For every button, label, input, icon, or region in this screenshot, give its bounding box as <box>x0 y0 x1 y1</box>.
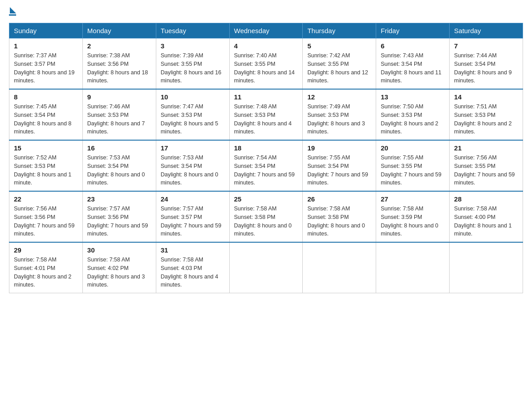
day-info: Sunrise: 7:56 AMSunset: 3:55 PMDaylight:… <box>454 154 518 187</box>
day-info: Sunrise: 7:57 AMSunset: 3:56 PMDaylight:… <box>87 205 151 238</box>
day-cell-3: 3Sunrise: 7:39 AMSunset: 3:55 PMDaylight… <box>156 39 229 90</box>
day-info: Sunrise: 7:37 AMSunset: 3:57 PMDaylight:… <box>14 51 78 85</box>
day-cell-20: 20Sunrise: 7:55 AMSunset: 3:55 PMDayligh… <box>376 140 450 191</box>
page-header <box>9 9 523 16</box>
week-row-2: 8Sunrise: 7:45 AMSunset: 3:54 PMDaylight… <box>9 89 523 140</box>
day-number: 15 <box>14 144 78 152</box>
day-number: 1 <box>14 42 78 50</box>
day-number: 31 <box>161 246 225 254</box>
day-cell-31: 31Sunrise: 7:58 AMSunset: 4:03 PMDayligh… <box>156 242 229 293</box>
day-info: Sunrise: 7:58 AMSunset: 4:03 PMDaylight:… <box>161 256 225 289</box>
day-info: Sunrise: 7:58 AMSunset: 4:00 PMDaylight:… <box>454 205 518 238</box>
day-number: 10 <box>161 93 225 101</box>
day-cell-27: 27Sunrise: 7:58 AMSunset: 3:59 PMDayligh… <box>376 191 450 242</box>
day-cell-19: 19Sunrise: 7:55 AMSunset: 3:54 PMDayligh… <box>303 140 376 191</box>
day-cell-1: 1Sunrise: 7:37 AMSunset: 3:57 PMDaylight… <box>9 39 83 90</box>
day-number: 18 <box>234 144 298 152</box>
day-info: Sunrise: 7:53 AMSunset: 3:54 PMDaylight:… <box>161 154 225 187</box>
calendar-header-row: SundayMondayTuesdayWednesdayThursdayFrid… <box>9 23 523 39</box>
header-tuesday: Tuesday <box>156 23 229 39</box>
logo-triangle-icon <box>10 7 16 13</box>
header-friday: Friday <box>376 23 450 39</box>
day-cell-22: 22Sunrise: 7:56 AMSunset: 3:56 PMDayligh… <box>9 191 83 242</box>
day-info: Sunrise: 7:53 AMSunset: 3:54 PMDaylight:… <box>87 154 151 187</box>
day-cell-11: 11Sunrise: 7:48 AMSunset: 3:53 PMDayligh… <box>229 89 303 140</box>
day-number: 9 <box>87 93 151 101</box>
day-info: Sunrise: 7:46 AMSunset: 3:53 PMDaylight:… <box>87 103 151 136</box>
week-row-5: 29Sunrise: 7:58 AMSunset: 4:01 PMDayligh… <box>9 242 523 293</box>
day-cell-12: 12Sunrise: 7:49 AMSunset: 3:53 PMDayligh… <box>303 89 376 140</box>
day-number: 30 <box>87 246 151 254</box>
day-number: 23 <box>87 195 151 203</box>
calendar-table: SundayMondayTuesdayWednesdayThursdayFrid… <box>9 23 523 293</box>
day-number: 21 <box>454 144 518 152</box>
day-number: 14 <box>454 93 518 101</box>
day-number: 12 <box>307 93 371 101</box>
day-info: Sunrise: 7:55 AMSunset: 3:55 PMDaylight:… <box>381 154 445 187</box>
day-info: Sunrise: 7:58 AMSunset: 3:58 PMDaylight:… <box>234 205 298 238</box>
day-cell-6: 6Sunrise: 7:43 AMSunset: 3:54 PMDaylight… <box>376 39 450 90</box>
header-monday: Monday <box>82 23 156 39</box>
day-cell-18: 18Sunrise: 7:54 AMSunset: 3:54 PMDayligh… <box>229 140 303 191</box>
day-number: 29 <box>14 246 78 254</box>
day-number: 2 <box>87 42 151 50</box>
week-row-4: 22Sunrise: 7:56 AMSunset: 3:56 PMDayligh… <box>9 191 523 242</box>
day-info: Sunrise: 7:50 AMSunset: 3:53 PMDaylight:… <box>381 103 445 136</box>
day-number: 24 <box>161 195 225 203</box>
day-number: 7 <box>454 42 518 50</box>
day-info: Sunrise: 7:49 AMSunset: 3:53 PMDaylight:… <box>307 103 371 136</box>
day-cell-30: 30Sunrise: 7:58 AMSunset: 4:02 PMDayligh… <box>82 242 156 293</box>
header-sunday: Sunday <box>9 23 83 39</box>
day-number: 25 <box>234 195 298 203</box>
empty-cell <box>229 242 303 293</box>
day-info: Sunrise: 7:58 AMSunset: 3:59 PMDaylight:… <box>381 205 445 238</box>
header-wednesday: Wednesday <box>229 23 303 39</box>
day-info: Sunrise: 7:58 AMSunset: 4:02 PMDaylight:… <box>87 256 151 289</box>
day-number: 13 <box>381 93 445 101</box>
day-number: 26 <box>307 195 371 203</box>
day-info: Sunrise: 7:38 AMSunset: 3:56 PMDaylight:… <box>87 51 151 85</box>
day-info: Sunrise: 7:58 AMSunset: 4:01 PMDaylight:… <box>14 256 78 289</box>
day-cell-24: 24Sunrise: 7:57 AMSunset: 3:57 PMDayligh… <box>156 191 229 242</box>
day-info: Sunrise: 7:57 AMSunset: 3:57 PMDaylight:… <box>161 205 225 238</box>
day-cell-23: 23Sunrise: 7:57 AMSunset: 3:56 PMDayligh… <box>82 191 156 242</box>
day-info: Sunrise: 7:58 AMSunset: 3:58 PMDaylight:… <box>307 205 371 238</box>
week-row-1: 1Sunrise: 7:37 AMSunset: 3:57 PMDaylight… <box>9 39 523 90</box>
day-cell-4: 4Sunrise: 7:40 AMSunset: 3:55 PMDaylight… <box>229 39 303 90</box>
week-row-3: 15Sunrise: 7:52 AMSunset: 3:53 PMDayligh… <box>9 140 523 191</box>
day-info: Sunrise: 7:45 AMSunset: 3:54 PMDaylight:… <box>14 103 78 136</box>
day-number: 3 <box>161 42 225 50</box>
day-cell-7: 7Sunrise: 7:44 AMSunset: 3:54 PMDaylight… <box>450 39 523 90</box>
day-info: Sunrise: 7:51 AMSunset: 3:53 PMDaylight:… <box>454 103 518 136</box>
empty-cell <box>303 242 376 293</box>
day-info: Sunrise: 7:40 AMSunset: 3:55 PMDaylight:… <box>234 51 298 85</box>
day-number: 5 <box>307 42 371 50</box>
day-info: Sunrise: 7:56 AMSunset: 3:56 PMDaylight:… <box>14 205 78 238</box>
day-cell-14: 14Sunrise: 7:51 AMSunset: 3:53 PMDayligh… <box>450 89 523 140</box>
day-number: 20 <box>381 144 445 152</box>
day-cell-28: 28Sunrise: 7:58 AMSunset: 4:00 PMDayligh… <box>450 191 523 242</box>
day-info: Sunrise: 7:52 AMSunset: 3:53 PMDaylight:… <box>14 154 78 187</box>
day-cell-13: 13Sunrise: 7:50 AMSunset: 3:53 PMDayligh… <box>376 89 450 140</box>
day-info: Sunrise: 7:47 AMSunset: 3:53 PMDaylight:… <box>161 103 225 136</box>
day-number: 22 <box>14 195 78 203</box>
day-number: 8 <box>14 93 78 101</box>
header-saturday: Saturday <box>450 23 523 39</box>
day-number: 28 <box>454 195 518 203</box>
day-cell-9: 9Sunrise: 7:46 AMSunset: 3:53 PMDaylight… <box>82 89 156 140</box>
day-number: 4 <box>234 42 298 50</box>
day-info: Sunrise: 7:48 AMSunset: 3:53 PMDaylight:… <box>234 103 298 136</box>
day-cell-10: 10Sunrise: 7:47 AMSunset: 3:53 PMDayligh… <box>156 89 229 140</box>
day-cell-5: 5Sunrise: 7:42 AMSunset: 3:55 PMDaylight… <box>303 39 376 90</box>
day-number: 27 <box>381 195 445 203</box>
day-cell-15: 15Sunrise: 7:52 AMSunset: 3:53 PMDayligh… <box>9 140 83 191</box>
empty-cell <box>450 242 523 293</box>
day-cell-26: 26Sunrise: 7:58 AMSunset: 3:58 PMDayligh… <box>303 191 376 242</box>
day-cell-25: 25Sunrise: 7:58 AMSunset: 3:58 PMDayligh… <box>229 191 303 242</box>
day-number: 19 <box>307 144 371 152</box>
day-cell-2: 2Sunrise: 7:38 AMSunset: 3:56 PMDaylight… <box>82 39 156 90</box>
day-number: 16 <box>87 144 151 152</box>
day-cell-8: 8Sunrise: 7:45 AMSunset: 3:54 PMDaylight… <box>9 89 83 140</box>
day-info: Sunrise: 7:43 AMSunset: 3:54 PMDaylight:… <box>381 51 445 85</box>
day-number: 6 <box>381 42 445 50</box>
